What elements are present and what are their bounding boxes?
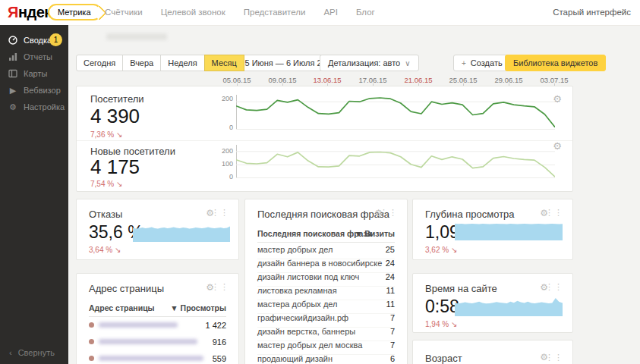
bounce-title[interactable]: Отказы bbox=[89, 209, 122, 220]
table-row: дизайн баннера в новосибирске24 bbox=[257, 259, 395, 273]
column-header-label: Просмотры bbox=[181, 303, 226, 312]
collapse-chevron-icon: ‹ bbox=[9, 348, 12, 357]
widget-library-button[interactable]: Библиотека виджетов bbox=[505, 55, 606, 71]
trend-value: 7,54 % bbox=[90, 180, 114, 188]
sidebar-item-maps[interactable]: Карты bbox=[0, 65, 68, 82]
visitors-line-chart bbox=[236, 95, 555, 130]
widget-drag-handle-icon[interactable]: ⋮⋮ bbox=[380, 208, 398, 217]
nav-blog[interactable]: Блог bbox=[356, 8, 375, 17]
search-phrase-title[interactable]: Последняя поисковая фраза bbox=[257, 209, 389, 220]
metrica-tab-label: Метрика bbox=[58, 8, 91, 17]
table-row[interactable]: 916 bbox=[89, 337, 226, 352]
counter-name-blurred bbox=[106, 33, 167, 40]
visits-cell: 11 bbox=[386, 300, 395, 309]
period-button-month-selected[interactable]: Месяц bbox=[204, 55, 244, 71]
widget-drag-handle-icon[interactable]: ⋮⋮ bbox=[211, 208, 229, 217]
collapse-label: Свернуть bbox=[18, 348, 55, 357]
age-widget: Возраст ⚙ ⋮⋮ bbox=[412, 340, 573, 364]
page-url-widget: Адрес страницы ⚙ ⋮⋮ Адрес страницы ▼ Про… bbox=[76, 273, 239, 364]
sidebar-item-summary[interactable]: Сводка 1 bbox=[0, 32, 68, 49]
dashboard-gauge-icon bbox=[8, 36, 17, 45]
sidebar-item-reports[interactable]: Отчеты bbox=[0, 49, 68, 65]
table-row: листовка рекламная11 bbox=[257, 286, 395, 300]
old-interface-link[interactable]: Старый интерфейс bbox=[553, 8, 631, 17]
visits-cell: 6 bbox=[390, 354, 395, 363]
url-blurred bbox=[99, 339, 197, 344]
table-row: графическийдизайн.рф7 bbox=[257, 313, 395, 328]
sidebar-item-webvisor[interactable]: ▶ Вебвизор bbox=[0, 82, 68, 99]
new-visitors-value: 4 175 bbox=[90, 155, 140, 179]
period-button-week[interactable]: Неделя bbox=[160, 55, 204, 71]
time-title[interactable]: Время на сайте bbox=[425, 283, 497, 294]
detail-label: Детализация: авто bbox=[328, 58, 400, 67]
visitors-trend: 7,36 % ↘ bbox=[90, 130, 122, 139]
trend-value: 3,64 % bbox=[89, 246, 112, 254]
widget-settings-gear-icon[interactable]: ⚙ bbox=[553, 141, 562, 151]
sidebar-item-settings[interactable]: ⚙ Настройка bbox=[0, 99, 68, 115]
logo-letter: Я bbox=[8, 4, 18, 20]
widget-library-label: Библиотека виджетов bbox=[513, 58, 597, 67]
nav-counters[interactable]: Счётчики bbox=[105, 8, 143, 17]
widget-drag-handle-icon[interactable]: ⋮⋮ bbox=[545, 282, 563, 291]
time-on-site-widget: Время на сайте ⚙ ⋮⋮ 0:58 1,94 % ↘ bbox=[412, 273, 573, 333]
search-phrase-widget: Последняя поисковая фраза ⚙ ⋮⋮ Последняя… bbox=[244, 199, 408, 364]
widget-settings-gear-icon[interactable]: ⚙ bbox=[553, 94, 562, 104]
bounce-sparkline bbox=[133, 224, 230, 242]
visits-cell: 11 bbox=[386, 286, 395, 295]
sidebar: Сводка 1 Отчеты Карты ▶ Вебвизор ⚙ Настр… bbox=[0, 25, 68, 364]
sort-desc-icon: ▼ bbox=[355, 229, 362, 238]
table-row: мастера добрых дел11 bbox=[257, 300, 395, 314]
visitors-title[interactable]: Посетители bbox=[90, 93, 144, 105]
column-header-url[interactable]: Адрес страницы bbox=[89, 303, 155, 312]
widget-drag-handle-icon[interactable]: ⋮⋮ bbox=[545, 208, 563, 217]
phrase-cell: дизайн баннера в новосибирске bbox=[257, 259, 382, 268]
summary-widget: Посетители 4 390 7,36 % ↘ 200 0 ⚙ Новые … bbox=[76, 86, 573, 192]
period-button-today[interactable]: Сегодня bbox=[76, 55, 123, 71]
gear-icon: ⚙ bbox=[8, 102, 17, 111]
bounce-trend: 3,64 % ↘ bbox=[89, 246, 121, 254]
table-row[interactable]: 559 bbox=[89, 353, 226, 364]
nav-target-call[interactable]: Целевой звонок bbox=[161, 8, 225, 17]
trend-value: 1,94 % bbox=[425, 320, 449, 328]
nav-api[interactable]: API bbox=[323, 8, 338, 17]
notification-badge: 1 bbox=[49, 33, 62, 46]
views-cell: 1 422 bbox=[205, 321, 226, 330]
phrase-cell: мастер добрых дел москва bbox=[257, 340, 362, 350]
detail-dropdown[interactable]: Детализация: авто ∨ bbox=[320, 55, 419, 71]
y-axis-label: 0 bbox=[210, 173, 233, 180]
table-row[interactable]: 1 422 bbox=[89, 320, 226, 335]
page-url-title[interactable]: Адрес страницы bbox=[89, 283, 164, 294]
column-header-views-sorted[interactable]: ▼ Просмотры bbox=[170, 303, 226, 312]
depth-title[interactable]: Глубина просмотра bbox=[425, 209, 515, 220]
top-header: Яндекс Метрика Счётчики Целевой звонок П… bbox=[0, 0, 640, 26]
period-button-yesterday[interactable]: Вчера bbox=[122, 55, 161, 71]
favicon bbox=[89, 339, 94, 344]
favicon bbox=[89, 356, 94, 361]
phrase-cell: мастер добрых дел bbox=[257, 245, 333, 254]
trend-value: 3,62 % bbox=[425, 246, 449, 254]
y-axis-label: 200 bbox=[210, 147, 233, 155]
y-axis-label: 0 bbox=[210, 124, 233, 131]
new-visitors-line-chart bbox=[236, 145, 555, 178]
metrica-tab[interactable]: Метрика bbox=[48, 4, 102, 20]
bounce-widget: Отказы ⚙ ⋮⋮ 35,6 % 3,64 % ↘ bbox=[76, 199, 239, 260]
time-trend: 1,94 % ↘ bbox=[425, 320, 457, 328]
sidebar-item-label: Настройка bbox=[24, 102, 65, 111]
age-title[interactable]: Возраст bbox=[425, 353, 462, 364]
bar-chart-icon bbox=[8, 52, 17, 61]
depth-sparkline bbox=[455, 222, 563, 240]
column-header-visits-sorted[interactable]: ▼ Визиты bbox=[355, 229, 395, 238]
nav-representatives[interactable]: Представители bbox=[244, 8, 306, 17]
sidebar-item-label: Карты bbox=[24, 69, 47, 78]
visitors-value: 4 390 bbox=[90, 105, 140, 128]
trend-down-icon: ↘ bbox=[451, 320, 457, 328]
table-row: мастер добрых дел25 bbox=[257, 245, 395, 259]
widget-drag-handle-icon[interactable]: ⋮⋮ bbox=[211, 282, 229, 291]
phrase-cell: графическийдизайн.рф bbox=[257, 313, 348, 322]
sidebar-item-label: Сводка bbox=[24, 36, 52, 45]
sidebar-collapse-button[interactable]: ‹ Свернуть bbox=[9, 348, 55, 357]
widget-drag-handle-icon[interactable]: ⋮⋮ bbox=[545, 353, 563, 362]
depth-widget: Глубина просмотра ⚙ ⋮⋮ 1,09 3,62 % ↘ bbox=[412, 199, 573, 260]
table-row: дизайн листовки под ключ24 bbox=[257, 272, 395, 287]
views-cell: 916 bbox=[213, 337, 226, 347]
